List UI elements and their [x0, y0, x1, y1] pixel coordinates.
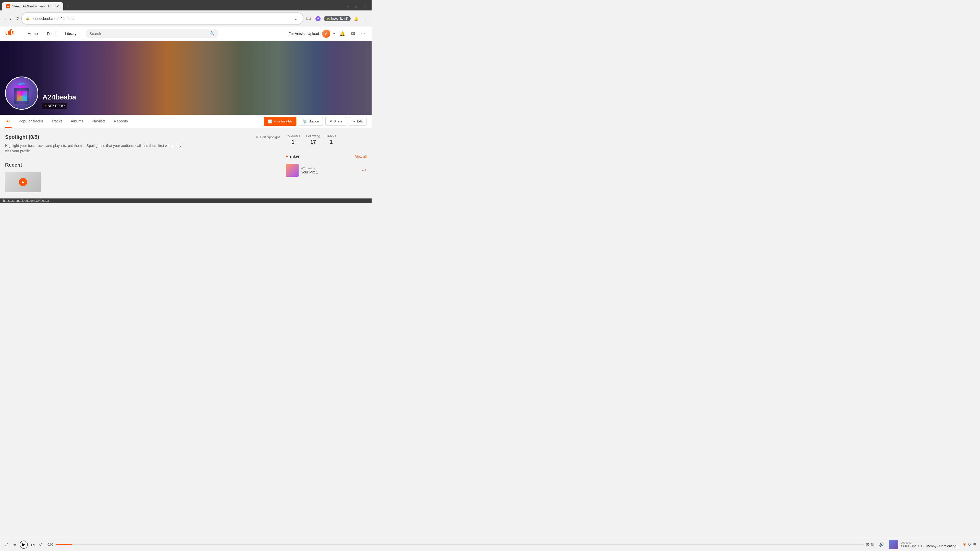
track-artist: A24beaba — [301, 167, 360, 170]
track-details: A24beaba Your Mix 1 — [301, 167, 360, 174]
back-button[interactable]: ‹ — [3, 15, 7, 22]
following-stat[interactable]: Following 17 — [306, 134, 320, 145]
bookmark-button[interactable]: ☆ — [293, 14, 299, 22]
soundcloud-logo[interactable] — [5, 29, 16, 38]
spotlight-description: Highlight your best tracks and playlists… — [5, 143, 184, 154]
your-insights-button[interactable]: 📊 Your Insights — [264, 117, 297, 126]
insights-icon: 📊 — [268, 119, 272, 124]
for-artists-link[interactable]: For Artists — [289, 32, 305, 36]
search-input[interactable] — [89, 32, 207, 36]
sidebar: Followers 1 Following 17 Tracks 1 ♥ — [280, 134, 366, 192]
recent-play-button[interactable]: ▶ — [19, 178, 27, 186]
edit-icon: ✏ — [353, 119, 355, 123]
likes-count-label: 9 likes — [290, 154, 300, 159]
next-pro-label: NEXT PRO — [48, 104, 65, 108]
minimize-button[interactable]: ─ — [344, 3, 352, 10]
reload-button[interactable]: ↺ — [14, 14, 21, 22]
upload-link[interactable]: Upload — [308, 32, 319, 36]
tab-favicon — [6, 4, 10, 8]
reading-mode-button[interactable]: 📖 — [304, 15, 312, 22]
tab-albums[interactable]: Albums — [70, 115, 84, 128]
messages-icon[interactable]: ✉ — [350, 29, 356, 38]
tab-close-button[interactable]: ✕ — [56, 4, 59, 8]
avatar-chevron[interactable]: ▾ — [333, 32, 335, 35]
status-url: https://soundcloud.com/a24beaba — [3, 199, 49, 203]
edit-button[interactable]: ✏ Edit — [349, 117, 366, 125]
forward-button[interactable]: › — [8, 15, 13, 22]
maximize-button[interactable]: ☐ — [352, 3, 361, 10]
divider — [286, 150, 366, 150]
profile-actions: 📊 Your Insights 📡 Station ↗ Share ✏ Edit — [264, 117, 366, 126]
following-label: Following — [306, 134, 320, 138]
spotlight-header: Spotlight (0/5) ✏ Edit Spotlight — [5, 134, 280, 140]
spotlight-title: Spotlight (0/5) — [5, 134, 39, 140]
app-header: Home Feed Library 🔍 For Artists Upload A… — [0, 27, 372, 41]
search-icon[interactable]: 🔍 — [210, 31, 215, 36]
header-right: For Artists Upload A ▾ 🔔 ✉ ··· — [289, 29, 366, 38]
browser-tab-active[interactable]: Stream A24beaba music | Liste... ✕ — [2, 2, 63, 11]
followers-label: Followers — [286, 134, 300, 138]
tab-title: Stream A24beaba music | Liste... — [12, 5, 54, 8]
address-bar[interactable]: 🔒 ☆ — [21, 13, 304, 24]
incognito-icon: 🕵 — [326, 17, 330, 21]
likes-section: ♥ 9 likes View all A24beaba Your Mix 1 ♥ — [286, 154, 366, 179]
track-thumbnail — [286, 164, 299, 177]
tab-reposts[interactable]: Reposts — [113, 115, 129, 128]
profile-text-info: A24beaba ● NEXT PRO — [42, 93, 76, 110]
tracks-stat[interactable]: Tracks 1 — [326, 134, 336, 145]
profile-tabs-bar: All Popular tracks Tracks Albums Playlis… — [0, 115, 372, 128]
menu-button[interactable]: ⋮ — [362, 15, 369, 22]
track-name[interactable]: Your Mix 1 — [301, 170, 360, 174]
track-thumb-image — [286, 164, 299, 177]
heart-icon: ♥ — [286, 154, 288, 159]
address-input[interactable] — [32, 17, 291, 21]
tab-popular-tracks[interactable]: Popular tracks — [18, 115, 44, 128]
edit-spotlight-button[interactable]: ✏ Edit Spotlight — [256, 135, 280, 139]
notifications-icon[interactable]: 🔔 — [338, 29, 347, 38]
tab-bar: Stream A24beaba music | Liste... ✕ + ─ ☐… — [0, 0, 372, 11]
pencil-icon: ✏ — [256, 135, 259, 139]
profile-button[interactable]: A — [314, 14, 322, 23]
like-number: 1 — [365, 168, 366, 172]
recent-section: Recent ▶ — [5, 162, 280, 192]
more-menu-icon[interactable]: ··· — [360, 29, 366, 38]
extensions-area: 📖 A 🕵 Incognito (2) 🔔 ⋮ — [304, 14, 369, 23]
incognito-badge[interactable]: 🕵 Incognito (2) — [324, 16, 351, 21]
station-button[interactable]: 📡 Station — [299, 117, 323, 126]
station-label: Station — [309, 119, 319, 123]
next-pro-badge: ● NEXT PRO — [42, 103, 67, 109]
notifications-button[interactable]: 🔔 — [352, 15, 360, 22]
new-tab-button[interactable]: + — [64, 2, 72, 11]
likes-title: ♥ 9 likes — [286, 154, 300, 159]
main-content: Spotlight (0/5) ✏ Edit Spotlight Highlig… — [0, 128, 372, 198]
nav-library[interactable]: Library — [61, 29, 81, 38]
main-nav: Home Feed Library — [24, 29, 81, 38]
view-all-link[interactable]: View all — [355, 155, 366, 159]
profile-banner: CITY WALK A24beaba ● NEXT PRO — [0, 41, 372, 115]
recent-track-thumb: ▶ — [5, 172, 41, 192]
tab-tracks[interactable]: Tracks — [50, 115, 64, 128]
tab-all[interactable]: All — [5, 115, 11, 128]
recent-title: Recent — [5, 162, 280, 168]
main-column: Spotlight (0/5) ✏ Edit Spotlight Highlig… — [5, 134, 280, 192]
followers-value: 1 — [286, 139, 300, 145]
tracks-value: 1 — [326, 139, 336, 145]
edit-label: Edit — [357, 119, 363, 123]
browser-controls: ‹ › ↺ 🔒 ☆ 📖 A 🕵 Incognito (2) 🔔 ⋮ — [0, 11, 372, 27]
logo-icon — [5, 29, 16, 38]
user-avatar[interactable]: A — [322, 30, 330, 38]
nav-home[interactable]: Home — [24, 29, 42, 38]
nav-feed[interactable]: Feed — [43, 29, 60, 38]
share-button[interactable]: ↗ Share — [325, 117, 346, 125]
followers-stat[interactable]: Followers 1 — [286, 134, 300, 145]
following-value: 17 — [306, 139, 320, 145]
search-bar[interactable]: 🔍 — [86, 29, 218, 38]
close-button[interactable]: ✕ — [361, 3, 369, 10]
edit-spotlight-label: Edit Spotlight — [260, 135, 280, 139]
tab-playlists[interactable]: Playlists — [91, 115, 107, 128]
status-bar: https://soundcloud.com/a24beaba — [0, 198, 372, 203]
next-pro-dot: ● — [45, 104, 46, 107]
incognito-label: Incognito (2) — [331, 17, 348, 21]
browser-chrome: Stream A24beaba music | Liste... ✕ + ─ ☐… — [0, 0, 372, 27]
heart-small-icon: ♥ — [362, 168, 364, 172]
